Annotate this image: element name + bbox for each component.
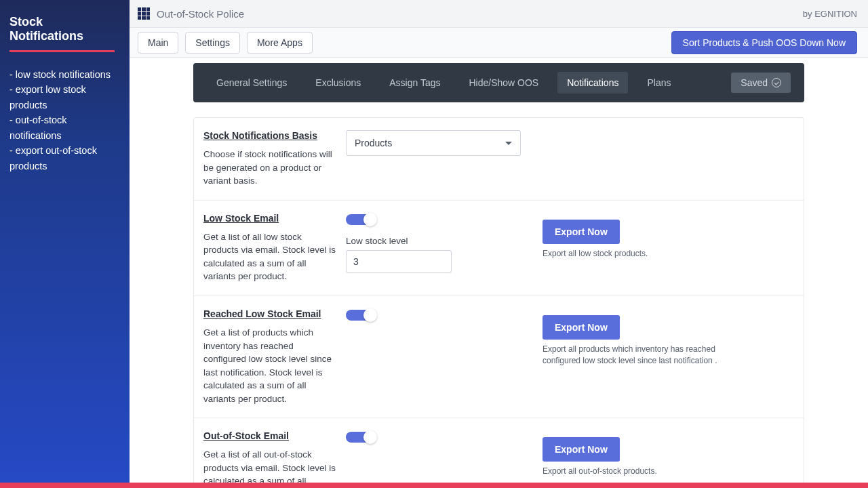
- sort-push-button[interactable]: Sort Products & Push OOS Down Now: [671, 31, 857, 54]
- tabs-bar: General Settings Exclusions Assign Tags …: [193, 63, 804, 102]
- low-stock-section: Low Stock Email Get a list of all low st…: [194, 201, 804, 296]
- check-circle-icon: [772, 78, 781, 87]
- settings-button[interactable]: Settings: [185, 32, 240, 54]
- tab-plans[interactable]: Plans: [637, 72, 680, 94]
- low-toggle[interactable]: [346, 214, 374, 225]
- reached-low-toggle[interactable]: [346, 310, 374, 321]
- sidebar-item: export out-of-stock products: [9, 143, 120, 174]
- tab-assign-tags[interactable]: Assign Tags: [380, 72, 450, 94]
- reached-low-export-desc: Export all products which inventory has …: [542, 344, 719, 367]
- app-grid-icon: [138, 7, 150, 20]
- low-export-button[interactable]: Export Now: [542, 220, 620, 244]
- low-export-desc: Export all low stock products.: [542, 248, 719, 260]
- navbar: Main Settings More Apps Sort Products & …: [130, 28, 868, 58]
- oos-export-desc: Export all out-of-stock products.: [542, 466, 719, 477]
- more-apps-button[interactable]: More Apps: [247, 32, 313, 54]
- vendor-label: by EGNITION: [803, 9, 857, 19]
- saved-label: Saved: [741, 77, 768, 88]
- oos-desc: Get a list of all out-of-stock products …: [203, 448, 336, 483]
- low-desc: Get a list of all low stock products via…: [203, 230, 336, 283]
- sidebar-underline: [9, 50, 115, 52]
- sidebar-item: low stock notifications: [9, 67, 120, 82]
- oos-export-button[interactable]: Export Now: [542, 437, 620, 462]
- sidebar-item: out-of-stock notifications: [9, 113, 120, 143]
- low-level-label: Low stock level: [346, 236, 522, 246]
- oos-section: Out-of-Stock Email Get a list of all out…: [194, 418, 804, 483]
- bottom-accent-bar: [0, 483, 868, 488]
- reached-low-title: Reached Low Stock Email: [203, 308, 336, 319]
- tab-notifications[interactable]: Notifications: [557, 72, 628, 94]
- oos-title: Out-of-Stock Email: [203, 430, 336, 441]
- sidebar-item: export low stock products: [9, 82, 120, 113]
- settings-card: Stock Notifications Basis Choose if stoc…: [193, 117, 804, 483]
- tab-general-settings[interactable]: General Settings: [207, 72, 296, 94]
- basis-select-value: Products: [355, 138, 392, 148]
- tab-exclusions[interactable]: Exclusions: [306, 72, 370, 94]
- tab-hide-show-oos[interactable]: Hide/Show OOS: [459, 72, 548, 94]
- topbar: Out-of-Stock Police by EGNITION: [130, 0, 868, 28]
- basis-section: Stock Notifications Basis Choose if stoc…: [194, 118, 804, 201]
- basis-title: Stock Notifications Basis: [203, 130, 336, 141]
- basis-select[interactable]: Products: [346, 130, 521, 156]
- reached-low-export-button[interactable]: Export Now: [542, 315, 620, 340]
- oos-toggle[interactable]: [346, 432, 374, 443]
- main-button[interactable]: Main: [138, 32, 178, 54]
- sidebar: Stock Notifications low stock notificati…: [0, 0, 130, 483]
- app-name: Out-of-Stock Police: [157, 8, 244, 20]
- reached-low-desc: Get a list of products which inventory h…: [203, 326, 336, 405]
- reached-low-section: Reached Low Stock Email Get a list of pr…: [194, 296, 804, 418]
- sidebar-title: Stock Notifications: [9, 15, 120, 43]
- sidebar-list: low stock notifications export low stock…: [9, 67, 120, 174]
- low-level-input[interactable]: [346, 250, 452, 273]
- saved-badge: Saved: [731, 73, 791, 93]
- low-title: Low Stock Email: [203, 213, 336, 224]
- content: General Settings Exclusions Assign Tags …: [130, 58, 868, 483]
- basis-desc: Choose if stock notifications will be ge…: [203, 148, 336, 188]
